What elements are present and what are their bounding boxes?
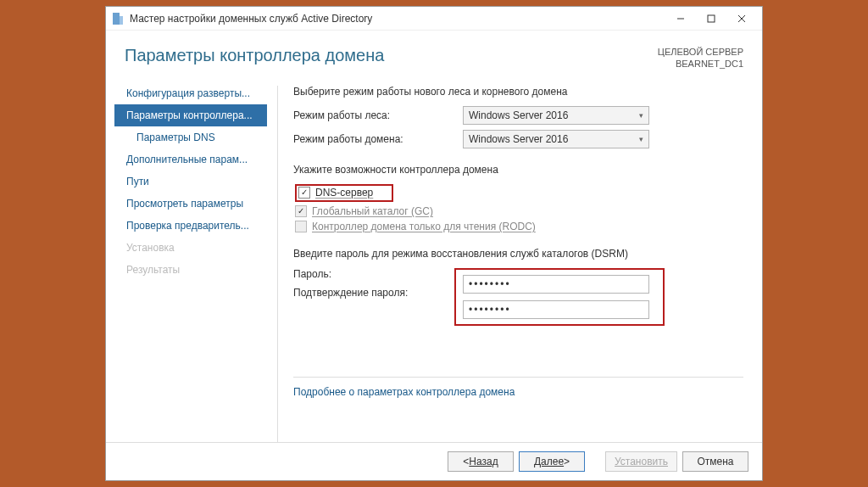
forest-mode-label: Режим работы леса: [293,109,463,121]
next-button[interactable]: Далее > [519,451,585,472]
gc-label: Глобальный каталог (GC) [312,205,433,217]
password-confirm-label: Подтверждение пароля: [293,287,463,299]
gc-checkbox [295,205,307,217]
domain-mode-select[interactable]: Windows Server 2016 ▾ [463,130,649,148]
sidebar-item-additional[interactable]: Дополнительные парам... [114,148,267,171]
svg-rect-0 [113,13,120,25]
cancel-button[interactable]: Отмена [682,451,748,472]
page-title: Параметры контроллера домена [125,46,384,65]
sidebar-item-prereq[interactable]: Проверка предваритель... [114,215,267,237]
header: Параметры контроллера домена ЦЕЛЕВОЙ СЕР… [106,31,762,79]
rodc-checkbox [295,221,307,232]
target-label: ЦЕЛЕВОЙ СЕРВЕР [658,46,743,58]
dns-checkbox[interactable] [298,187,310,199]
dns-highlight: DNS-сервер [295,184,393,202]
domain-mode-label: Режим работы домена: [293,133,463,145]
titlebar: Мастер настройки доменных служб Active D… [106,7,762,31]
window-title: Мастер настройки доменных служб Active D… [130,13,665,25]
sidebar: Конфигурация разверты... Параметры контр… [114,79,267,442]
sidebar-item-deployment[interactable]: Конфигурация разверты... [114,82,267,104]
app-icon [111,12,125,25]
footer: < Назад Далее > Установить Отмена [106,442,762,480]
password-input[interactable]: •••••••• [463,275,649,294]
pw-intro: Введите пароль для режима восстановления… [293,248,743,260]
body: Конфигурация разверты... Параметры контр… [106,79,762,442]
more-info-link[interactable]: Подробнее о параметрах контроллера домен… [293,386,743,398]
content: Выберите режим работы нового леса и корн… [267,79,743,442]
sidebar-item-dns-params[interactable]: Параметры DNS [114,126,267,148]
forest-mode-select[interactable]: Windows Server 2016 ▾ [463,106,649,125]
forest-mode-value: Windows Server 2016 [469,109,568,121]
target-server: BEARNET_DC1 [658,58,743,70]
sidebar-item-controller-params[interactable]: Параметры контроллера... [114,104,267,126]
dns-label: DNS-сервер [315,187,373,199]
minimize-button[interactable] [665,7,696,31]
sidebar-item-results: Результаты [114,259,267,281]
sidebar-item-paths[interactable]: Пути [114,171,267,193]
password-confirm-input[interactable]: •••••••• [463,300,649,319]
close-button[interactable] [726,7,757,31]
svg-rect-3 [708,15,715,22]
chevron-down-icon: ▾ [639,135,643,143]
maximize-button[interactable] [696,7,726,31]
svg-rect-1 [120,16,123,25]
chevron-down-icon: ▾ [639,111,643,120]
sidebar-item-install: Установка [114,237,267,259]
rodc-label: Контроллер домена только для чтения (ROD… [312,221,536,232]
cap-intro: Укажите возможности контроллера домена [293,164,743,176]
password-highlight: •••••••• •••••••• [454,268,665,326]
target-server-box: ЦЕЛЕВОЙ СЕРВЕР BEARNET_DC1 [658,46,743,70]
password-label: Пароль: [293,268,463,280]
sidebar-item-review[interactable]: Просмотреть параметры [114,193,267,215]
wizard-window: Мастер настройки доменных служб Active D… [105,6,763,481]
mode-intro: Выберите режим работы нового леса и корн… [293,86,743,98]
domain-mode-value: Windows Server 2016 [469,133,568,145]
back-button[interactable]: < Назад [448,451,514,472]
install-button: Установить [605,451,677,472]
